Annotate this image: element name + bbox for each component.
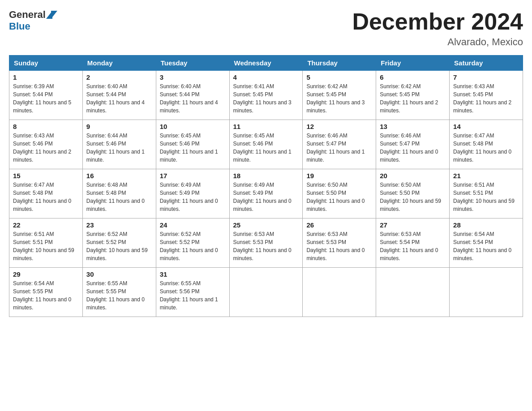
day-info: Sunrise: 6:49 AMSunset: 5:49 PMDaylight:… [233, 182, 292, 212]
day-number: 14 [453, 123, 519, 130]
day-number: 26 [306, 221, 372, 229]
day-info: Sunrise: 6:51 AMSunset: 5:51 PMDaylight:… [13, 231, 74, 261]
logo-triangle2-icon [51, 11, 57, 19]
week-row-2: 8 Sunrise: 6:43 AMSunset: 5:46 PMDayligh… [9, 120, 523, 169]
day-cell-25: 25 Sunrise: 6:53 AMSunset: 5:53 PMDaylig… [229, 218, 303, 268]
day-cell-11: 11 Sunrise: 6:45 AMSunset: 5:46 PMDaylig… [229, 120, 303, 169]
logo-text-general: General [9, 9, 46, 21]
day-number: 30 [86, 270, 152, 278]
day-number: 11 [233, 123, 299, 130]
day-cell-5: 5 Sunrise: 6:42 AMSunset: 5:45 PMDayligh… [303, 71, 376, 120]
day-cell-23: 23 Sunrise: 6:52 AMSunset: 5:52 PMDaylig… [82, 218, 156, 268]
day-info: Sunrise: 6:46 AMSunset: 5:47 PMDaylight:… [380, 133, 438, 163]
day-cell-18: 18 Sunrise: 6:49 AMSunset: 5:49 PMDaylig… [229, 169, 303, 218]
day-number: 15 [13, 172, 79, 180]
day-number: 21 [453, 172, 519, 180]
day-number: 13 [380, 123, 446, 130]
day-cell-9: 9 Sunrise: 6:44 AMSunset: 5:46 PMDayligh… [82, 120, 156, 169]
day-number: 2 [86, 73, 152, 81]
day-number: 27 [380, 221, 446, 229]
day-number: 5 [306, 73, 372, 81]
day-info: Sunrise: 6:55 AMSunset: 5:55 PMDaylight:… [86, 280, 145, 311]
day-cell-17: 17 Sunrise: 6:49 AMSunset: 5:49 PMDaylig… [156, 169, 229, 218]
day-info: Sunrise: 6:53 AMSunset: 5:53 PMDaylight:… [233, 231, 292, 261]
day-cell-6: 6 Sunrise: 6:42 AMSunset: 5:45 PMDayligh… [376, 71, 450, 120]
day-number: 17 [160, 172, 226, 180]
day-number: 16 [86, 172, 152, 180]
day-number: 10 [160, 123, 226, 130]
day-number: 7 [453, 73, 519, 81]
logo-text-blue: Blue [9, 21, 30, 32]
day-info: Sunrise: 6:48 AMSunset: 5:48 PMDaylight:… [86, 182, 145, 212]
day-cell-16: 16 Sunrise: 6:48 AMSunset: 5:48 PMDaylig… [82, 169, 156, 218]
day-info: Sunrise: 6:53 AMSunset: 5:54 PMDaylight:… [380, 231, 438, 261]
title-area: December 2024 Alvarado, Mexico [352, 9, 523, 48]
col-saturday: Saturday [450, 56, 523, 71]
day-cell-7: 7 Sunrise: 6:43 AMSunset: 5:45 PMDayligh… [450, 71, 523, 120]
day-info: Sunrise: 6:52 AMSunset: 5:52 PMDaylight:… [86, 231, 148, 261]
logo: General Blue [9, 9, 57, 32]
day-cell-29: 29 Sunrise: 6:54 AMSunset: 5:55 PMDaylig… [9, 268, 83, 317]
page-header: General Blue December 2024 Alvarado, Mex… [9, 9, 523, 48]
day-info: Sunrise: 6:47 AMSunset: 5:48 PMDaylight:… [453, 133, 511, 163]
day-info: Sunrise: 6:43 AMSunset: 5:46 PMDaylight:… [13, 133, 71, 163]
day-cell-2: 2 Sunrise: 6:40 AMSunset: 5:44 PMDayligh… [82, 71, 156, 120]
day-info: Sunrise: 6:54 AMSunset: 5:55 PMDaylight:… [13, 280, 71, 311]
day-cell-10: 10 Sunrise: 6:45 AMSunset: 5:46 PMDaylig… [156, 120, 229, 169]
header-row: Sunday Monday Tuesday Wednesday Thursday… [9, 56, 523, 71]
day-cell-20: 20 Sunrise: 6:50 AMSunset: 5:50 PMDaylig… [376, 169, 450, 218]
day-cell-22: 22 Sunrise: 6:51 AMSunset: 5:51 PMDaylig… [9, 218, 83, 268]
day-number: 3 [160, 73, 226, 81]
day-info: Sunrise: 6:41 AMSunset: 5:45 PMDaylight:… [233, 83, 292, 114]
day-info: Sunrise: 6:55 AMSunset: 5:56 PMDaylight:… [160, 280, 218, 311]
day-info: Sunrise: 6:40 AMSunset: 5:44 PMDaylight:… [160, 83, 218, 114]
day-cell-21: 21 Sunrise: 6:51 AMSunset: 5:51 PMDaylig… [450, 169, 523, 218]
empty-cell-w4-d5 [376, 268, 450, 317]
day-info: Sunrise: 6:39 AMSunset: 5:44 PMDaylight:… [13, 83, 71, 114]
day-cell-27: 27 Sunrise: 6:53 AMSunset: 5:54 PMDaylig… [376, 218, 450, 268]
day-number: 19 [306, 172, 372, 180]
day-info: Sunrise: 6:50 AMSunset: 5:50 PMDaylight:… [380, 182, 441, 212]
day-number: 22 [13, 221, 79, 229]
day-cell-31: 31 Sunrise: 6:55 AMSunset: 5:56 PMDaylig… [156, 268, 229, 317]
day-cell-19: 19 Sunrise: 6:50 AMSunset: 5:50 PMDaylig… [303, 169, 376, 218]
col-wednesday: Wednesday [229, 56, 303, 71]
day-number: 28 [453, 221, 519, 229]
day-info: Sunrise: 6:47 AMSunset: 5:48 PMDaylight:… [13, 182, 71, 212]
day-cell-28: 28 Sunrise: 6:54 AMSunset: 5:54 PMDaylig… [450, 218, 523, 268]
col-tuesday: Tuesday [156, 56, 229, 71]
day-number: 20 [380, 172, 446, 180]
day-cell-26: 26 Sunrise: 6:53 AMSunset: 5:53 PMDaylig… [303, 218, 376, 268]
day-cell-13: 13 Sunrise: 6:46 AMSunset: 5:47 PMDaylig… [376, 120, 450, 169]
day-info: Sunrise: 6:44 AMSunset: 5:46 PMDaylight:… [86, 133, 145, 163]
col-friday: Friday [376, 56, 450, 71]
week-row-1: 1 Sunrise: 6:39 AMSunset: 5:44 PMDayligh… [9, 71, 523, 120]
day-number: 4 [233, 73, 299, 81]
week-row-3: 15 Sunrise: 6:47 AMSunset: 5:48 PMDaylig… [9, 169, 523, 218]
day-number: 6 [380, 73, 446, 81]
day-info: Sunrise: 6:52 AMSunset: 5:52 PMDaylight:… [160, 231, 218, 261]
day-info: Sunrise: 6:49 AMSunset: 5:49 PMDaylight:… [160, 182, 218, 212]
day-info: Sunrise: 6:45 AMSunset: 5:46 PMDaylight:… [160, 133, 218, 163]
day-cell-3: 3 Sunrise: 6:40 AMSunset: 5:44 PMDayligh… [156, 71, 229, 120]
day-cell-4: 4 Sunrise: 6:41 AMSunset: 5:45 PMDayligh… [229, 71, 303, 120]
day-info: Sunrise: 6:46 AMSunset: 5:47 PMDaylight:… [306, 133, 365, 163]
day-cell-12: 12 Sunrise: 6:46 AMSunset: 5:47 PMDaylig… [303, 120, 376, 169]
day-cell-24: 24 Sunrise: 6:52 AMSunset: 5:52 PMDaylig… [156, 218, 229, 268]
calendar-title: December 2024 [352, 9, 523, 34]
empty-cell-w4-d4 [303, 268, 376, 317]
week-row-4: 22 Sunrise: 6:51 AMSunset: 5:51 PMDaylig… [9, 218, 523, 268]
col-thursday: Thursday [303, 56, 376, 71]
day-info: Sunrise: 6:42 AMSunset: 5:45 PMDaylight:… [380, 83, 438, 114]
day-info: Sunrise: 6:42 AMSunset: 5:45 PMDaylight:… [306, 83, 365, 114]
calendar-subtitle: Alvarado, Mexico [352, 36, 523, 48]
day-cell-30: 30 Sunrise: 6:55 AMSunset: 5:55 PMDaylig… [82, 268, 156, 317]
day-info: Sunrise: 6:51 AMSunset: 5:51 PMDaylight:… [453, 182, 515, 212]
day-cell-1: 1 Sunrise: 6:39 AMSunset: 5:44 PMDayligh… [9, 71, 83, 120]
day-info: Sunrise: 6:43 AMSunset: 5:45 PMDaylight:… [453, 83, 511, 114]
day-number: 23 [86, 221, 152, 229]
day-info: Sunrise: 6:54 AMSunset: 5:54 PMDaylight:… [453, 231, 511, 261]
day-info: Sunrise: 6:53 AMSunset: 5:53 PMDaylight:… [306, 231, 365, 261]
day-number: 9 [86, 123, 152, 130]
day-number: 18 [233, 172, 299, 180]
